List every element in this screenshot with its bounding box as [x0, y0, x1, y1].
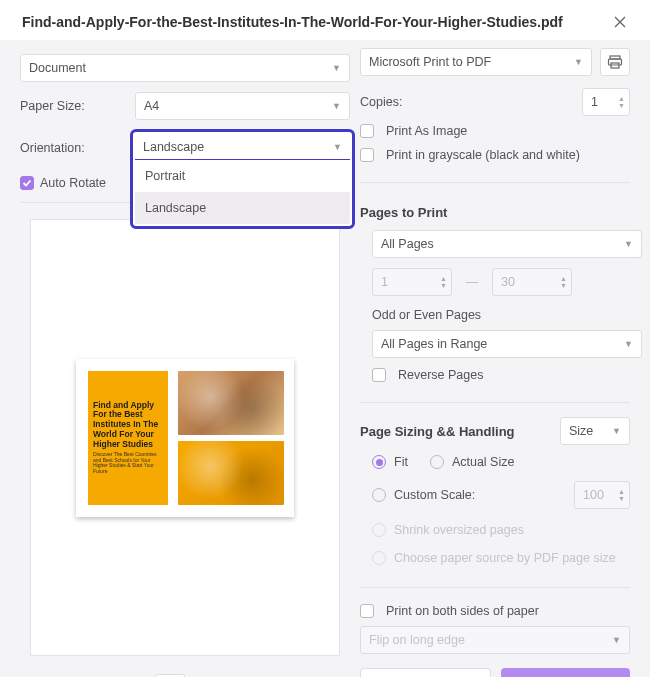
copies-label: Copies:	[360, 95, 402, 109]
sizing-mode-select[interactable]: Size ▼	[560, 417, 630, 445]
actual-size-label: Actual Size	[452, 455, 515, 469]
odd-even-select[interactable]: All Pages in Range ▼	[372, 330, 642, 358]
copies-value: 1	[591, 95, 598, 109]
choose-paper-radio-row[interactable]: Choose paper source by PDF page size	[372, 551, 630, 565]
shrink-label: Shrink oversized pages	[394, 523, 524, 537]
copies-row: Copies: 1 ▲▼	[360, 88, 630, 116]
page-to-value: 30	[501, 275, 515, 289]
page-range-row: 1 ▲▼ — 30 ▲▼	[372, 268, 630, 296]
preview-image-2	[178, 441, 284, 505]
actual-radio-row[interactable]: Actual Size	[430, 455, 515, 469]
reverse-pages-checkbox[interactable]	[372, 368, 386, 382]
print-grayscale-checkbox[interactable]	[360, 148, 374, 162]
fit-radio[interactable]	[372, 455, 386, 469]
fit-actual-group: Fit Actual Size	[372, 455, 630, 469]
printer-icon	[607, 54, 623, 70]
chevron-down-icon: ▼	[333, 142, 342, 152]
preview-area: Find and Apply For the Best Institutes I…	[30, 219, 340, 656]
sizing-header: Page Sizing && Handling Size ▼	[360, 417, 630, 445]
odd-even-label: Odd or Even Pages	[372, 308, 630, 322]
dialog-footer: Cancel Print	[360, 668, 630, 677]
custom-scale-row: Custom Scale: 100 ▲▼	[372, 481, 630, 509]
orientation-label: Orientation:	[20, 141, 135, 155]
spinner-icon: ▲▼	[440, 275, 447, 289]
cancel-button[interactable]: Cancel	[360, 668, 491, 677]
auto-rotate-checkbox[interactable]	[20, 176, 34, 190]
page-to-input[interactable]: 30 ▲▼	[492, 268, 572, 296]
orientation-value: Landscape	[143, 140, 204, 154]
pages-mode-value: All Pages	[381, 237, 434, 251]
orientation-select-wrap: Landscape ▼ Portrait Landscape	[135, 134, 350, 162]
left-pane: Document ▼ Paper Size: A4 ▼ Orientation:…	[20, 48, 350, 677]
reverse-pages-row: Reverse Pages	[372, 368, 630, 382]
print-grayscale-label: Print in grayscale (black and white)	[386, 148, 580, 162]
choose-paper-radio[interactable]	[372, 551, 386, 565]
flip-value: Flip on long edge	[369, 633, 465, 647]
preview-text-block: Find and Apply For the Best Institutes I…	[88, 371, 168, 505]
printer-select[interactable]: Microsoft Print to PDF ▼	[360, 48, 592, 76]
printer-row: Microsoft Print to PDF ▼	[360, 48, 630, 76]
preview-title: Find and Apply For the Best Institutes I…	[93, 401, 163, 450]
chevron-down-icon: ▼	[332, 63, 341, 73]
spinner-icon: ▲▼	[560, 275, 567, 289]
custom-scale-radio[interactable]	[372, 488, 386, 502]
shrink-radio[interactable]	[372, 523, 386, 537]
orientation-select[interactable]: Landscape ▼	[135, 134, 350, 160]
printer-properties-button[interactable]	[600, 48, 630, 76]
chevron-down-icon: ▼	[624, 239, 633, 249]
custom-scale-input[interactable]: 100 ▲▼	[574, 481, 630, 509]
printer-value: Microsoft Print to PDF	[369, 55, 491, 69]
right-pane: Microsoft Print to PDF ▼ Copies: 1 ▲▼ Pr…	[360, 48, 630, 677]
preview-image-1	[178, 371, 284, 435]
custom-scale-value: 100	[583, 488, 604, 502]
preview-sub: Discover The Best Countries and Best Sch…	[93, 452, 163, 474]
odd-even-value: All Pages in Range	[381, 337, 487, 351]
copies-input[interactable]: 1 ▲▼	[582, 88, 630, 116]
preview-images	[178, 371, 284, 505]
dialog-title: Find-and-Apply-For-the-Best-Institutes-I…	[22, 14, 563, 30]
chevron-down-icon: ▼	[332, 101, 341, 111]
pages-to-print-title: Pages to Print	[360, 205, 630, 220]
sizing-title: Page Sizing && Handling	[360, 424, 515, 439]
custom-scale-radio-row[interactable]: Custom Scale:	[372, 488, 475, 502]
chevron-down-icon: ▼	[624, 339, 633, 349]
spinner-icon: ▲▼	[618, 95, 625, 109]
orientation-option-portrait[interactable]: Portrait	[135, 160, 350, 192]
page-from-value: 1	[381, 275, 388, 289]
paper-size-select[interactable]: A4 ▼	[135, 92, 350, 120]
choose-paper-label: Choose paper source by PDF page size	[394, 551, 616, 565]
chevron-down-icon: ▼	[574, 57, 583, 67]
check-icon	[22, 178, 32, 188]
print-mode-value: Document	[29, 61, 86, 75]
sizing-mode-value: Size	[569, 424, 593, 438]
orientation-row: Orientation: Landscape ▼ Portrait Landsc…	[20, 134, 350, 162]
actual-size-radio[interactable]	[430, 455, 444, 469]
close-button[interactable]	[612, 14, 628, 30]
flip-select[interactable]: Flip on long edge ▼	[360, 626, 630, 654]
print-as-image-label: Print As Image	[386, 124, 467, 138]
paper-size-value: A4	[144, 99, 159, 113]
range-dash: —	[462, 275, 482, 289]
print-button[interactable]: Print	[501, 668, 630, 677]
print-as-image-checkbox[interactable]	[360, 124, 374, 138]
orientation-dropdown-open: Landscape ▼ Portrait Landscape	[130, 129, 355, 229]
print-grayscale-row: Print in grayscale (black and white)	[360, 148, 630, 162]
print-mode-select[interactable]: Document ▼	[20, 54, 350, 82]
page-from-input[interactable]: 1 ▲▼	[372, 268, 452, 296]
duplex-label: Print on both sides of paper	[386, 604, 539, 618]
pages-mode-select[interactable]: All Pages ▼	[372, 230, 642, 258]
shrink-radio-row[interactable]: Shrink oversized pages	[372, 523, 630, 537]
divider	[360, 587, 630, 588]
print-as-image-row: Print As Image	[360, 124, 630, 138]
orientation-option-landscape[interactable]: Landscape	[135, 192, 350, 224]
chevron-down-icon: ▼	[612, 426, 621, 436]
paper-size-row: Paper Size: A4 ▼	[20, 92, 350, 120]
duplex-checkbox[interactable]	[360, 604, 374, 618]
divider	[360, 402, 630, 403]
print-dialog: Find-and-Apply-For-the-Best-Institutes-I…	[0, 0, 650, 677]
custom-scale-label: Custom Scale:	[394, 488, 475, 502]
pager: ⏮ « / 30 » ⏭	[20, 656, 350, 677]
dialog-body: Document ▼ Paper Size: A4 ▼ Orientation:…	[0, 40, 650, 677]
duplex-row: Print on both sides of paper	[360, 604, 630, 618]
fit-radio-row[interactable]: Fit	[372, 455, 408, 469]
